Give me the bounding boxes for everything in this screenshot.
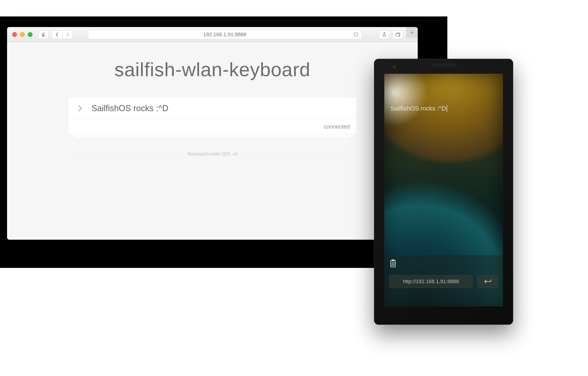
status-row: connected — [68, 119, 357, 134]
phone-speaker — [431, 63, 457, 66]
input-row — [68, 97, 357, 119]
text-caret — [447, 105, 447, 112]
chevron-left-icon — [55, 32, 59, 37]
phone-address-field[interactable]: http://192.168.1.91:8888 — [389, 275, 473, 288]
phone-display-text: SailfishOS rocks :^D — [390, 105, 447, 112]
chevron-right-icon — [66, 32, 70, 37]
connection-status: connected — [324, 123, 350, 130]
return-icon — [483, 279, 492, 284]
phone-display-text-value: SailfishOS rocks :^D — [390, 105, 446, 112]
window-minimize-button[interactable] — [20, 32, 25, 37]
tabs-icon — [395, 32, 401, 37]
send-icon[interactable] — [77, 105, 83, 112]
phone-device: SailfishOS rocks :^D http://192.168.1 — [374, 59, 513, 325]
svg-marker-1 — [42, 33, 45, 36]
clipboard-icon — [389, 259, 498, 268]
back-button[interactable] — [52, 30, 62, 39]
license-text: Released under GPL v3 — [187, 151, 237, 157]
bookmarks-button[interactable] — [38, 30, 48, 39]
plus-icon: + — [410, 29, 414, 36]
phone-address-text: http://192.168.1.91:8888 — [403, 279, 459, 285]
browser-window: 192.168.1.91:8888 — [7, 27, 418, 240]
phone-earpiece-row — [374, 63, 513, 66]
nav-button-group — [52, 30, 73, 39]
input-card: connected — [68, 97, 357, 134]
clipboard-button[interactable] — [389, 259, 498, 268]
new-tab-button[interactable]: + — [406, 27, 418, 38]
phone-screen: SailfishOS rocks :^D http://192.168.1 — [384, 74, 503, 306]
phone-keyboard-panel: http://192.168.1.91:8888 — [384, 255, 503, 306]
forward-button[interactable] — [62, 30, 73, 39]
browser-toolbar: 192.168.1.91:8888 — [7, 27, 418, 42]
reload-icon — [353, 32, 358, 37]
share-button[interactable] — [379, 30, 389, 39]
input-card-stack: connected — [68, 97, 357, 138]
bookmarks-icon — [41, 32, 46, 37]
address-text: 192.168.1.91:8888 — [203, 31, 246, 38]
share-icon — [382, 32, 387, 37]
window-zoom-button[interactable] — [28, 32, 32, 37]
page-title: sailfish-wlan-keyboard — [114, 59, 310, 81]
enter-button[interactable] — [477, 275, 498, 288]
svg-rect-4 — [396, 33, 399, 36]
window-close-button[interactable] — [12, 32, 17, 37]
keyboard-input[interactable] — [92, 104, 347, 113]
license-line: Released under GPL v3 — [77, 151, 348, 157]
address-bar[interactable]: 192.168.1.91:8888 — [88, 30, 362, 39]
page-body: sailfish-wlan-keyboard connected Release… — [7, 42, 418, 240]
reload-button[interactable] — [353, 32, 358, 37]
tabs-button[interactable] — [393, 30, 403, 39]
phone-bottom-row: http://192.168.1.91:8888 — [389, 275, 498, 288]
window-controls — [11, 32, 35, 37]
card-stack-shadow — [75, 137, 350, 138]
svg-rect-5 — [391, 260, 395, 267]
